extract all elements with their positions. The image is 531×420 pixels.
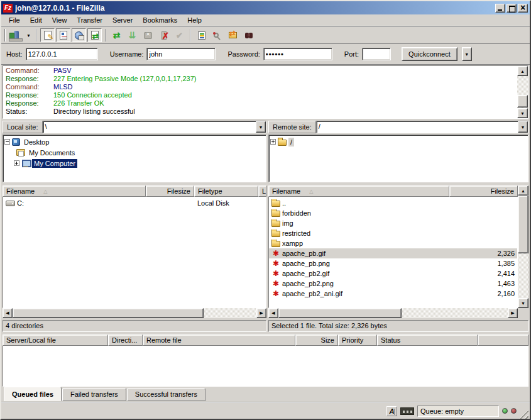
- menu-server[interactable]: Server: [107, 15, 138, 25]
- remote-site-label: Remote site:: [268, 121, 316, 133]
- scroll-right-icon[interactable]: [256, 308, 266, 318]
- disconnect-button[interactable]: [156, 28, 171, 42]
- remote-vertical-scrollbar[interactable]: [518, 185, 528, 308]
- column-direction[interactable]: Directi...: [108, 334, 143, 346]
- remote-tree[interactable]: /: [268, 135, 528, 182]
- local-horizontal-scrollbar[interactable]: [3, 308, 266, 318]
- message-log[interactable]: Command:PASV Response:227 Entering Passi…: [3, 65, 528, 119]
- expand-icon[interactable]: [14, 160, 19, 166]
- port-input[interactable]: [362, 48, 391, 60]
- remote-vscroll-thumb[interactable]: [518, 196, 528, 253]
- toggle-queue-button[interactable]: [87, 28, 102, 42]
- file-row-parent-dir[interactable]: ..: [269, 198, 517, 208]
- filezilla-window: Fz john@127.0.0.1 - FileZilla File Edit …: [0, 0, 531, 420]
- local-list-body[interactable]: C: Local Disk: [3, 197, 266, 308]
- chevron-down-icon[interactable]: [256, 121, 266, 133]
- local-site-combo[interactable]: \: [43, 121, 266, 133]
- menu-view[interactable]: View: [47, 15, 72, 25]
- file-row-restricted[interactable]: restricted: [269, 228, 517, 238]
- remote-hscroll-thumb[interactable]: [278, 308, 402, 318]
- scroll-up-icon[interactable]: [517, 66, 528, 76]
- collapse-icon[interactable]: [4, 139, 10, 145]
- column-remote-file[interactable]: Remote file: [143, 334, 295, 346]
- column-last-modified[interactable]: L: [258, 185, 266, 197]
- scroll-right-icon[interactable]: [508, 308, 518, 318]
- quickconnect-button[interactable]: Quickconnect: [402, 47, 457, 61]
- file-row-img[interactable]: img: [269, 218, 517, 228]
- menu-bookmarks[interactable]: Bookmarks: [138, 15, 182, 25]
- column-size[interactable]: Size: [295, 334, 338, 346]
- file-row-apache-pb2-png[interactable]: apache_pb2.png 1,463: [269, 279, 517, 289]
- transfer-queue-icon: [91, 31, 99, 40]
- file-row-apache-pb-gif[interactable]: apache_pb.gif 2,326: [269, 248, 517, 258]
- local-tree-icon: [60, 31, 67, 40]
- menu-transfer[interactable]: Transfer: [72, 15, 107, 25]
- site-manager-button[interactable]: [9, 28, 23, 42]
- maximize-button[interactable]: [506, 4, 517, 13]
- tab-failed-transfers[interactable]: Failed transfers: [62, 388, 126, 401]
- tab-queued-files[interactable]: Queued files: [4, 387, 62, 401]
- refresh-button[interactable]: [109, 28, 124, 42]
- local-hscroll-thumb[interactable]: [13, 308, 204, 318]
- filter-button[interactable]: [194, 28, 209, 42]
- username-input[interactable]: [146, 48, 216, 60]
- apache-feather-icon: [271, 260, 280, 267]
- menu-file[interactable]: File: [4, 15, 25, 25]
- column-filename[interactable]: Filename: [3, 185, 146, 197]
- queue-body[interactable]: [3, 346, 528, 387]
- file-row-apache-pb2-gif[interactable]: apache_pb2.gif 2,414: [269, 268, 517, 279]
- toggle-remote-tree-button[interactable]: [72, 28, 86, 42]
- menu-edit[interactable]: Edit: [25, 15, 47, 25]
- column-filename[interactable]: Filename: [268, 185, 449, 197]
- column-filesize[interactable]: Filesize: [449, 185, 518, 197]
- titlebar[interactable]: Fz john@127.0.0.1 - FileZilla: [1, 1, 530, 14]
- toggle-local-tree-button[interactable]: [56, 28, 70, 42]
- tree-item-root[interactable]: /: [270, 136, 527, 147]
- expand-icon[interactable]: [270, 139, 276, 145]
- process-queue-button[interactable]: [125, 28, 140, 42]
- file-row-forbidden[interactable]: forbidden: [269, 208, 517, 218]
- toggle-message-log-button[interactable]: [40, 28, 55, 42]
- synchronized-browsing-button[interactable]: [226, 28, 240, 42]
- local-tree[interactable]: Desktop My Documents My Computer: [3, 135, 266, 182]
- column-server-local-file[interactable]: Server/Local file: [3, 334, 108, 346]
- file-row-apache-pb2-ani-gif[interactable]: apache_pb2_ani.gif 2,160: [269, 289, 517, 299]
- scroll-down-icon[interactable]: [518, 298, 528, 308]
- column-filesize[interactable]: Filesize: [146, 185, 194, 197]
- log-scrollbar[interactable]: [517, 66, 528, 118]
- remote-site-combo[interactable]: /: [316, 121, 528, 133]
- remote-horizontal-scrollbar[interactable]: [268, 308, 518, 318]
- cancel-button[interactable]: [141, 28, 155, 42]
- password-input[interactable]: [263, 48, 332, 60]
- scroll-left-icon[interactable]: [3, 308, 13, 318]
- scroll-up-icon[interactable]: [518, 185, 528, 196]
- tab-successful-transfers[interactable]: Successful transfers: [127, 388, 205, 401]
- tree-item-desktop[interactable]: Desktop: [4, 136, 265, 147]
- chevron-down-icon[interactable]: [518, 121, 528, 133]
- minimize-button[interactable]: [495, 4, 505, 13]
- tree-item-my-computer[interactable]: My Computer: [4, 158, 265, 169]
- folder-icon: [271, 221, 280, 227]
- local-pane: Local site: \ Desktop My Documents: [3, 120, 266, 332]
- log-scrollbar-thumb[interactable]: [517, 95, 528, 108]
- column-filetype[interactable]: Filetype: [194, 185, 258, 197]
- site-manager-dropdown[interactable]: [25, 28, 33, 42]
- tree-item-my-documents[interactable]: My Documents: [4, 147, 265, 158]
- resize-grip[interactable]: [520, 410, 528, 419]
- local-status-text: 4 directories: [3, 320, 266, 332]
- find-files-button[interactable]: [241, 28, 256, 42]
- column-priority[interactable]: Priority: [338, 334, 377, 346]
- scroll-down-icon[interactable]: [517, 108, 528, 118]
- host-input[interactable]: [26, 48, 98, 60]
- file-row-xampp[interactable]: xampp: [269, 238, 517, 248]
- remote-list-body[interactable]: .. forbidden img restricted: [268, 197, 518, 308]
- compare-directories-button[interactable]: [210, 28, 224, 42]
- quickconnect-dropdown[interactable]: [462, 47, 472, 61]
- file-row-c-drive[interactable]: C: Local Disk: [3, 198, 266, 208]
- scroll-left-icon[interactable]: [268, 308, 278, 318]
- close-button[interactable]: [518, 4, 528, 13]
- menu-help[interactable]: Help: [182, 15, 207, 25]
- file-row-apache-pb-png[interactable]: apache_pb.png 1,385: [269, 258, 517, 268]
- abort-button[interactable]: [172, 28, 187, 42]
- column-status[interactable]: Status: [377, 334, 478, 346]
